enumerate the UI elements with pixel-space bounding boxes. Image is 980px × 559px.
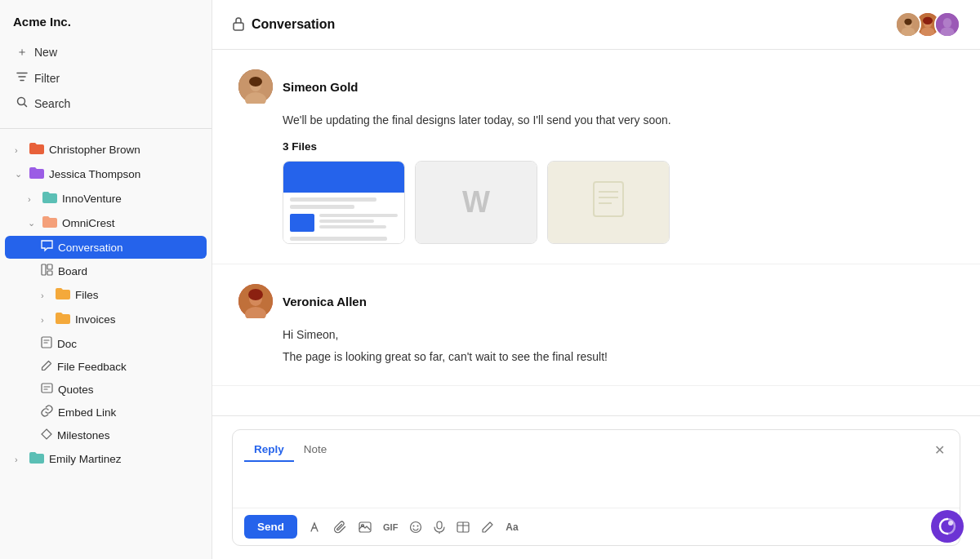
link-icon (41, 405, 53, 419)
svg-rect-2 (47, 264, 52, 269)
gif-icon-button[interactable]: GIF (379, 519, 402, 535)
sidebar-item-label: InnoVenture (62, 193, 122, 205)
message-text: We'll be updating the final designs late… (283, 112, 954, 129)
sidebar-actions: ＋ New Filter Search (0, 37, 212, 125)
sidebar-item-files[interactable]: › Files (5, 283, 207, 307)
avatar-veronica-allen (238, 284, 273, 318)
message-text1: Hi Simeon, (283, 328, 338, 341)
pencil-icon (41, 360, 52, 374)
chevron-right-icon: › (41, 315, 51, 325)
send-button[interactable]: Send (244, 515, 297, 539)
sidebar-item-file-feedback[interactable]: File Feedback (5, 356, 207, 378)
edit-icon-button[interactable] (477, 517, 498, 537)
sidebar-item-label: Doc (57, 338, 77, 350)
sidebar-item-label: Invoices (75, 313, 116, 326)
mic-icon-button[interactable] (430, 517, 449, 537)
reply-area: Reply Note ✕ Send GIF (212, 415, 980, 559)
avatar-simeon (895, 11, 921, 38)
message-header: Veronica Allen (238, 284, 954, 318)
sidebar-item-conversation[interactable]: Conversation (5, 236, 207, 259)
chevron-right-icon: › (15, 455, 24, 464)
svg-rect-6 (234, 23, 243, 30)
sidebar-item-jessica-thompson[interactable]: ⌄ Jessica Thompson (5, 162, 207, 186)
reply-box: Reply Note ✕ Send GIF (232, 429, 960, 546)
files-grid: W W about-copy-v2-... DOC • 22.1 MB (283, 161, 954, 244)
header-title-group: Conversation (232, 16, 335, 33)
file-card-word2[interactable]: D about-copy-v2-... DOC • 22.1 MB (547, 161, 670, 244)
svg-point-34 (413, 525, 415, 526)
sidebar-item-label: Board (58, 265, 87, 277)
svg-rect-5 (42, 384, 52, 393)
text-format-button[interactable]: Aa (501, 518, 522, 536)
svg-point-15 (923, 17, 933, 24)
file-letter: W (462, 185, 490, 220)
sidebar-item-milestones[interactable]: Milestones (5, 424, 207, 446)
svg-point-21 (249, 77, 262, 87)
sidebar-item-christopher-brown[interactable]: › Christopher Brown (5, 138, 207, 162)
svg-point-41 (948, 521, 953, 526)
svg-rect-36 (437, 521, 442, 529)
svg-rect-3 (47, 271, 52, 275)
reply-input[interactable] (233, 462, 960, 504)
sidebar-item-label: Milestones (57, 429, 110, 441)
table-icon-button[interactable] (452, 518, 474, 536)
sidebar-item-quotes[interactable]: Quotes (5, 379, 207, 400)
app-name: Acme Inc. (0, 0, 212, 37)
conversation-icon (41, 240, 53, 255)
file-info: D about-copy-v2-... DOC • 22.1 MB (548, 243, 669, 244)
image-icon-button[interactable] (354, 518, 376, 536)
sidebar-item-emily-martinez[interactable]: › Emily Martinez (5, 447, 207, 471)
sidebar-item-innoventure[interactable]: › InnoVenture (5, 187, 207, 211)
new-button[interactable]: ＋ New (10, 40, 202, 64)
sidebar-item-label: Emily Martinez (49, 453, 122, 465)
svg-point-9 (904, 19, 911, 25)
sidebar-item-doc[interactable]: Doc (5, 332, 207, 355)
file-card-word1[interactable]: W W about-copy-v2-... DOC • 22.1 MB (415, 161, 537, 244)
file-card-design[interactable] (283, 161, 405, 244)
new-label: New (34, 46, 57, 59)
message-text: Hi Simeon, (283, 326, 954, 344)
emoji-icon-button[interactable] (405, 517, 426, 537)
tab-note[interactable]: Note (294, 438, 337, 462)
folder-icon (42, 191, 57, 206)
file-info: W about-copy-v2-... DOC • 22.1 MB (416, 243, 537, 244)
format-icon-button[interactable] (305, 518, 327, 536)
app-logo-button[interactable] (931, 510, 964, 543)
file-preview (283, 162, 404, 243)
svg-rect-1 (42, 264, 46, 275)
sidebar-item-label: Conversation (58, 242, 123, 254)
search-label: Search (34, 97, 70, 110)
attach-icon-button[interactable] (330, 517, 351, 537)
search-button[interactable]: Search (10, 91, 202, 115)
tab-reply[interactable]: Reply (244, 438, 294, 462)
sidebar-item-embed-link[interactable]: Embed Link (5, 401, 207, 424)
folder-icon (29, 142, 44, 157)
folder-icon (56, 312, 70, 327)
svg-point-30 (248, 289, 263, 300)
svg-point-35 (417, 525, 419, 526)
filter-label: Filter (34, 72, 60, 85)
doc-icon (41, 336, 52, 351)
board-icon (41, 264, 53, 278)
sidebar-item-board[interactable]: Board (5, 260, 207, 282)
chevron-down-icon: ⌄ (15, 169, 24, 180)
message-header: Simeon Gold (238, 69, 954, 104)
sidebar-item-omnicrest[interactable]: ⌄ OmniCrest (5, 211, 207, 235)
filter-button[interactable]: Filter (10, 66, 202, 90)
chevron-right-icon: › (28, 194, 38, 204)
chevron-right-icon: › (15, 145, 24, 155)
sender-name: Veronica Allen (283, 295, 367, 308)
sidebar-item-invoices[interactable]: › Invoices (5, 308, 207, 331)
chevron-right-icon: › (41, 291, 51, 300)
svg-rect-23 (594, 182, 623, 216)
folder-icon (29, 451, 44, 467)
sidebar: Acme Inc. ＋ New Filter Search (0, 0, 212, 559)
folder-icon (56, 287, 70, 303)
sidebar-item-label: Quotes (58, 384, 94, 396)
sidebar-tree: › Christopher Brown ⌄ Jessica Thompson ›… (0, 132, 212, 559)
folder-icon (42, 215, 57, 231)
main-header: Conversation (212, 0, 980, 50)
reply-close-button[interactable]: ✕ (931, 439, 948, 461)
lock-icon (232, 16, 245, 33)
sidebar-item-label: File Feedback (57, 361, 127, 373)
